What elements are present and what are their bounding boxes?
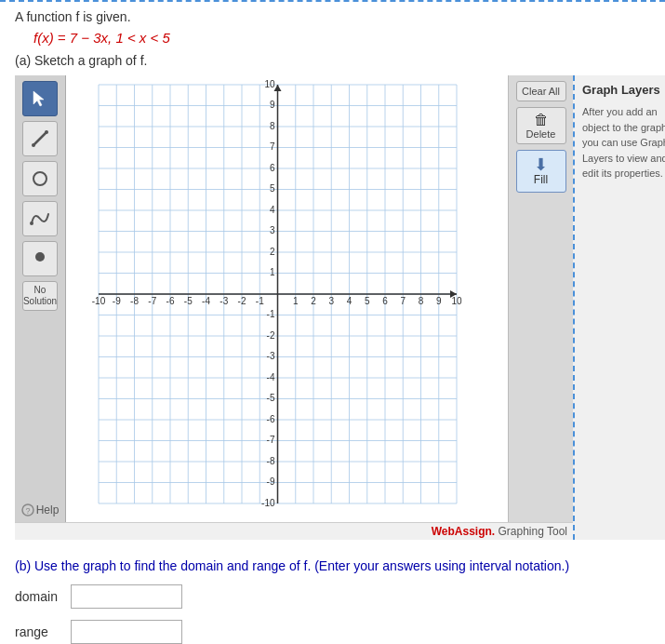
right-tools-panel: Clear All 🗑 Delete ⬇ Fill [508,75,573,522]
range-input[interactable] [71,620,182,644]
domain-label: domain [15,589,71,604]
fill-label: Fill [534,173,548,186]
webassign-credit: WebAssign. Graphing Tool [15,522,573,540]
no-solution-button[interactable]: NoSolution [22,281,58,311]
graph-layers-panel: Graph Layers After you add an object to … [573,75,665,540]
svg-point-6 [35,252,45,262]
graphing-tool-text: Graphing Tool [495,525,567,538]
point-tool-button[interactable] [22,241,58,276]
help-label: Help [36,503,60,517]
svg-line-1 [33,132,47,145]
function-domain: 1 < x < 5 [115,30,169,46]
range-label: range [15,624,71,639]
select-tool-button[interactable] [22,81,58,116]
graph-layers-description: After you add an object to the graph, yo… [582,104,665,181]
graph-layers-title: Graph Layers [582,83,665,97]
delete-label: Delete [517,128,565,140]
tool-sidebar: NoSolution ? Help [15,75,66,522]
no-solution-label: NoSolution [23,285,57,307]
domain-input[interactable] [71,584,182,609]
webassign-brand: WebAssign. [432,525,495,538]
help-button[interactable]: ? Help [21,503,60,517]
problem-intro: A function f is given. [15,9,650,24]
function-definition: f(x) = 7 − 3x, 1 < x < 5 [33,30,650,46]
fill-arrow-icon: ⬇ [534,156,548,173]
part-b-label: (b) Use the graph to find the domain and… [15,558,650,573]
range-row: range [15,620,650,644]
circle-tool-button[interactable] [22,161,58,196]
curve-tool-button[interactable] [22,201,58,236]
svg-text:?: ? [25,506,30,516]
line-tool-button[interactable] [22,121,58,156]
svg-point-3 [45,130,48,134]
trash-icon: 🗑 [517,112,565,128]
delete-button[interactable]: 🗑 Delete [516,107,566,144]
domain-row: domain [15,584,650,609]
graph-container[interactable] [66,75,508,522]
svg-point-4 [33,172,47,185]
svg-point-2 [32,143,35,147]
part-a-label: (a) Sketch a graph of f. [15,53,650,68]
function-expression: f(x) = 7 − 3x, [33,30,112,46]
clear-all-button[interactable]: Clear All [516,81,566,101]
fill-button[interactable]: ⬇ Fill [516,150,566,193]
svg-marker-0 [33,91,44,106]
svg-point-5 [30,221,33,225]
